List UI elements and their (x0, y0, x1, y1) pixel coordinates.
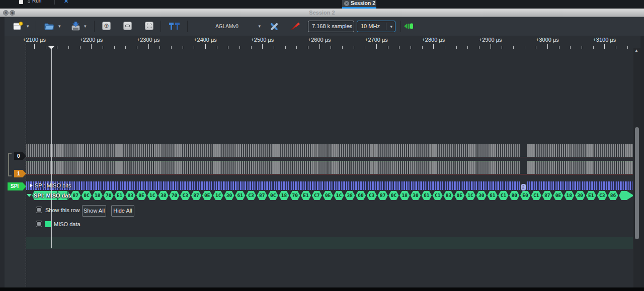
show-this-row-checkbox[interactable] (36, 207, 42, 213)
miso-data-annotation: 30 (575, 191, 586, 200)
ruler-tick (68, 46, 69, 49)
new-session-button[interactable] (13, 22, 23, 33)
ruler-tick (217, 46, 217, 49)
new-session-icon (13, 22, 23, 31)
hide-all-button[interactable]: Hide All (111, 205, 134, 217)
ruler-tick (593, 46, 594, 49)
device-dropdown[interactable]: AGLAMv0 ▾ (197, 21, 268, 32)
miso-data-annotation: 87 (191, 191, 202, 200)
miso-data-annotation: E0 (520, 191, 531, 200)
open-button[interactable] (44, 22, 54, 32)
miso-data-annotation: 1C (334, 191, 344, 200)
idle-gap (520, 144, 527, 157)
run-tab-label[interactable]: Run (32, 0, 41, 4)
miso-data-annotation: 60 (356, 191, 366, 200)
ruler-tick (502, 46, 502, 49)
ruler-tick (411, 46, 411, 49)
sample-rate-value: 10 MHz (361, 23, 380, 29)
ruler-tick (445, 46, 445, 49)
show-all-button[interactable]: Show All (82, 205, 106, 217)
miso-data-annotation: C3 (180, 191, 191, 200)
ruler-tick (114, 46, 115, 49)
spi-decoder-tag[interactable]: SPI (8, 182, 26, 190)
ruler-label: +2500 µs (251, 37, 274, 43)
channel-0-trace[interactable] (26, 144, 633, 157)
show-this-row-label: Show this row (45, 207, 79, 213)
miso-data-annotation: 83 (443, 191, 454, 200)
stop-icon[interactable] (19, 0, 23, 4)
channel-1-trace[interactable] (26, 161, 633, 174)
window-title-bar[interactable]: ✕ ◈ Session 2 (0, 9, 644, 17)
ruler-tick (513, 46, 514, 49)
zoom-out-button[interactable] (123, 22, 132, 30)
miso-data-annotation: E1 (114, 191, 125, 200)
miso-data-annotation: 87 (542, 191, 552, 200)
channels-button[interactable] (289, 22, 300, 31)
save-caret-icon[interactable]: ▾ (84, 24, 87, 29)
miso-data-annotation: 61 (422, 191, 432, 200)
main-toolbar: ▾ ▾ ▾ ⊕ (0, 17, 644, 36)
collapse-down-icon[interactable] (27, 194, 32, 197)
trace-view[interactable]: +2100 µs+2200 µs+2300 µs+2400 µs+2500 µs… (0, 36, 644, 287)
ruler-tick (388, 46, 388, 49)
miso-data-annotation: 70 (169, 191, 180, 200)
miso-data-annotation: 83 (125, 191, 136, 200)
zoom-fit-button[interactable] (145, 22, 153, 30)
toolbar-divider (187, 21, 188, 32)
logic-transitions (26, 161, 633, 174)
ruler-tick (251, 46, 252, 49)
ruler-tick (525, 46, 525, 49)
window-left-edge (0, 17, 5, 287)
ruler-tick (354, 46, 354, 49)
window-title: Session 2 (0, 10, 644, 16)
miso-data-annotation: 18 (93, 191, 103, 200)
expand-right-icon[interactable] (30, 183, 33, 187)
miso-data-annotation: 0C (82, 191, 92, 200)
save-button[interactable] (71, 22, 80, 33)
sample-rate-caret-icon: ▾ (390, 24, 392, 29)
ruler-tick (559, 46, 559, 49)
ruler-tick (171, 46, 172, 49)
logic-low-line (26, 174, 633, 174)
miso-data-annotation: 0E (323, 191, 333, 200)
decoder-row-miso-bits[interactable]: SPI: MISO bits 2 (26, 181, 633, 190)
sample-count-value: 7.168 k samples (312, 23, 352, 29)
decoder-row-miso-data[interactable]: SPI: MISO data 870C1870E1830E1C3870C3870… (26, 191, 633, 200)
miso-data-annotation: 38 (158, 191, 169, 200)
miso-data-annotation: 0E (454, 191, 465, 200)
vertical-scrollbar-thumb[interactable] (635, 127, 639, 239)
tools-icon[interactable]: ✕ (64, 0, 68, 5)
scrollbar-up-icon[interactable]: ▲ (634, 48, 638, 53)
combo-divider (386, 23, 386, 30)
window-right-edge (640, 36, 644, 287)
ruler-tick (46, 46, 46, 49)
expanded-row-highlight (26, 237, 633, 249)
checkbox-fill (37, 208, 41, 212)
ruler-tick (205, 44, 206, 49)
add-decoder-button[interactable] (169, 22, 181, 33)
miso-data-annotation: 80 (509, 191, 520, 200)
ruler-tick (627, 46, 628, 49)
ruler-tick (91, 44, 92, 49)
open-caret-icon[interactable]: ▾ (58, 24, 61, 29)
ruler-tick (376, 44, 377, 49)
ruler-tick (547, 44, 548, 49)
sample-count-caret-icon: ▾ (349, 24, 351, 29)
sample-count-dropdown[interactable]: 7.168 k samples ▾ (308, 21, 354, 32)
sample-rate-dropdown[interactable]: 10 MHz ▾ (357, 21, 395, 32)
toolbar-divider (36, 21, 36, 32)
open-folder-icon (44, 22, 54, 30)
tab-session-2[interactable]: ✕ Session 2 (342, 0, 376, 9)
miso-data-checkbox[interactable] (36, 221, 42, 227)
run-capture-button[interactable] (404, 23, 414, 32)
time-marker-handle[interactable] (48, 46, 55, 49)
miso-data-annotation: 30 (411, 191, 421, 200)
checkbox-fill (37, 222, 41, 226)
time-marker-line[interactable] (51, 49, 52, 248)
zoom-in-button[interactable]: ⊕ (102, 22, 111, 30)
new-session-caret-icon[interactable]: ▾ (27, 24, 29, 29)
miso-data-label: MISO data (54, 221, 80, 227)
logic-low-line (26, 157, 633, 157)
device-settings-button[interactable] (270, 22, 279, 31)
tab-close-icon[interactable]: ✕ (344, 1, 349, 6)
